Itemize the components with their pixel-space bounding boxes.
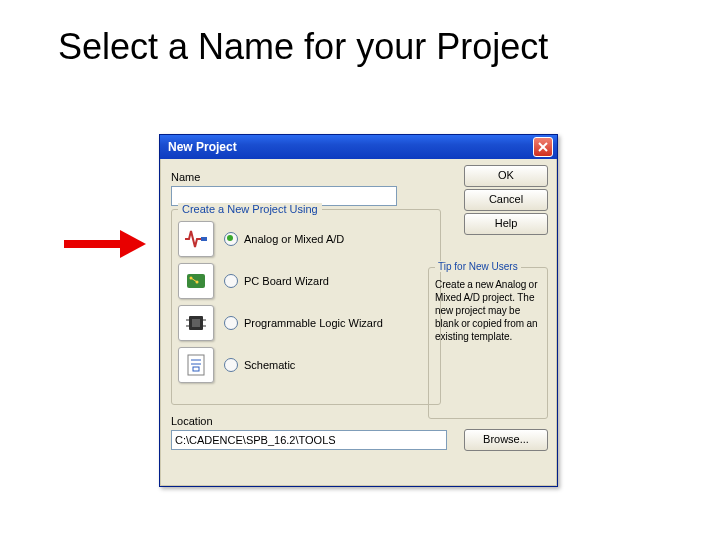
help-button[interactable]: Help [464, 213, 548, 235]
svg-rect-2 [201, 237, 207, 241]
location-label: Location [171, 415, 213, 427]
pc-board-radio[interactable] [224, 274, 238, 288]
svg-rect-8 [192, 319, 200, 327]
project-type-label: Analog or Mixed A/D [244, 233, 344, 245]
programmable-logic-radio[interactable] [224, 316, 238, 330]
pc-board-icon [178, 263, 214, 299]
svg-rect-13 [188, 355, 204, 375]
analog-mixed-icon [178, 221, 214, 257]
tip-box: Tip for New Users Create a new Analog or… [428, 267, 548, 419]
cancel-button[interactable]: Cancel [464, 189, 548, 211]
tip-title: Tip for New Users [435, 261, 521, 272]
programmable-logic-icon [178, 305, 214, 341]
project-type-row: Analog or Mixed A/D [172, 218, 440, 260]
ok-button[interactable]: OK [464, 165, 548, 187]
name-label: Name [171, 171, 200, 183]
location-input[interactable] [171, 430, 447, 450]
tip-text: Create a new Analog or Mixed A/D project… [435, 278, 541, 343]
analog-mixed-radio[interactable] [224, 232, 238, 246]
project-type-group: Create a New Project Using Analog or Mix… [171, 209, 441, 405]
dialog-titlebar: New Project [160, 135, 557, 159]
dialog-body: Name OK Cancel Help Create a New Project… [160, 159, 557, 486]
project-type-row: Schematic [172, 344, 440, 386]
close-icon [538, 142, 548, 152]
slide-title: Select a Name for your Project [58, 26, 548, 68]
dialog-title: New Project [168, 140, 533, 154]
instruction-arrow [64, 232, 148, 256]
schematic-radio[interactable] [224, 358, 238, 372]
group-title: Create a New Project Using [178, 203, 322, 215]
project-type-label: Programmable Logic Wizard [244, 317, 383, 329]
close-button[interactable] [533, 137, 553, 157]
project-type-label: Schematic [244, 359, 295, 371]
project-type-row: PC Board Wizard [172, 260, 440, 302]
schematic-icon [178, 347, 214, 383]
new-project-dialog: New Project Name OK Cancel Help Create a… [159, 134, 558, 487]
browse-button[interactable]: Browse... [464, 429, 548, 451]
project-type-label: PC Board Wizard [244, 275, 329, 287]
project-type-row: Programmable Logic Wizard [172, 302, 440, 344]
